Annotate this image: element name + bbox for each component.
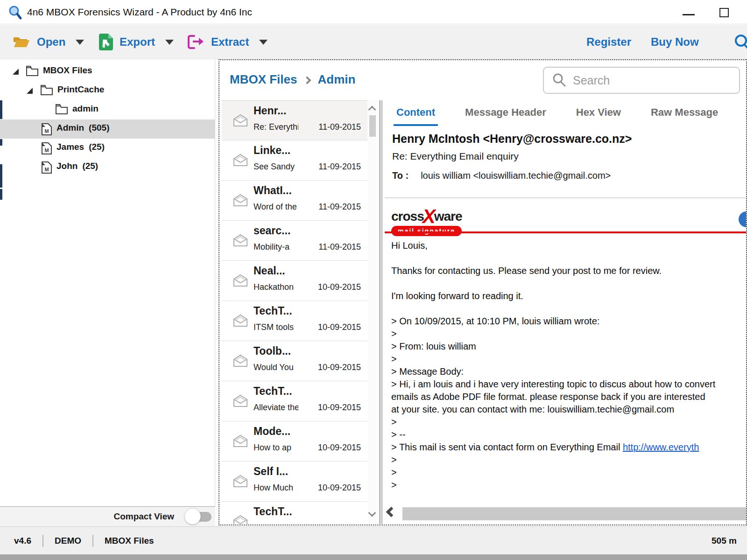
list-item[interactable]: Neal... Hackathon 10-09-2015 [222, 261, 367, 301]
breadcrumb-root[interactable]: MBOX Files [230, 72, 297, 87]
search-icon [552, 73, 566, 87]
reader-tab[interactable]: Content [394, 104, 438, 126]
tree-label: John(25) [56, 161, 98, 171]
list-item[interactable]: Toolb... Would You 10-09-2015 [222, 341, 367, 381]
toggle-knob[interactable] [184, 508, 201, 525]
message-body: Hi Louis,Thanks for contacting us. Pleas… [391, 240, 746, 492]
list-item-date: 10-09-2015 [318, 322, 361, 332]
open-envelope-icon [233, 475, 248, 488]
register-label: Register [586, 35, 631, 49]
body-line: > On 10/09/2015, at 10:10 PM, louis will… [391, 316, 746, 329]
list-item[interactable]: Mode... How to ap 10-09-2015 [222, 421, 367, 462]
compact-view-toggle[interactable] [184, 508, 211, 525]
maximize-button[interactable] [719, 8, 729, 17]
body-line: > -- [391, 429, 746, 442]
tree-label: MBOX Files [43, 65, 92, 76]
breadcrumb: MBOX Files Admin [230, 72, 355, 87]
search-box[interactable] [543, 67, 740, 94]
extract-label: Extract [211, 35, 249, 49]
list-item-sender: Mode... [254, 425, 290, 438]
social-icon[interactable] [739, 211, 746, 227]
tree-item-john-mbox[interactable]: M John(25) [0, 158, 215, 177]
list-item-sender: Toolb... [254, 345, 291, 357]
list-item[interactable]: WhatI... Word of the 11-09-2015 [222, 181, 367, 221]
scrollbar-track[interactable] [402, 507, 746, 520]
minimize-button[interactable] [683, 14, 695, 15]
list-scrollbar[interactable] [368, 100, 377, 524]
scrollbar-thumb[interactable] [369, 115, 376, 137]
list-item-subject: Alleviate the [254, 403, 298, 413]
export-button[interactable]: Export [99, 25, 174, 59]
open-envelope-icon [233, 234, 248, 247]
horizontal-scrollbar[interactable] [385, 507, 746, 522]
list-item-date: 10-09-2015 [318, 282, 361, 292]
list-item[interactable]: searc... Mobility-a 11-09-2015 [222, 221, 367, 261]
search-input[interactable] [573, 74, 739, 87]
open-folder-icon [13, 35, 30, 49]
compact-view-bar: Compact View [0, 506, 215, 526]
toolbar-search-icon[interactable] [734, 34, 747, 51]
open-envelope-icon [233, 154, 248, 167]
tree-count: (25) [82, 161, 98, 171]
list-item-date: 10-09-2015 [318, 483, 361, 493]
tree-item-admin-mbox[interactable]: M Admin(505) [0, 119, 215, 139]
extract-icon [187, 35, 204, 49]
expand-triangle-icon[interactable] [27, 88, 33, 94]
message-reader: ContentMessage HeaderHex ViewRaw Message… [385, 100, 746, 524]
scroll-up-icon[interactable] [368, 106, 376, 114]
expand-triangle-icon[interactable] [13, 69, 19, 75]
scroll-down-icon[interactable] [368, 509, 376, 517]
list-item-subject: How Much [254, 483, 298, 493]
tree-item-james-mbox[interactable]: M James(25) [0, 139, 215, 158]
open-button[interactable]: Open [13, 25, 84, 59]
list-item[interactable]: Linke... See Sandy 11-09-2015 [222, 140, 367, 181]
open-envelope-icon [233, 394, 248, 407]
list-item[interactable]: Henr... Re: Everything 11-09-2015 [222, 100, 367, 140]
list-item-subject: ITSM tools [254, 322, 298, 332]
list-item[interactable]: TechT... Alleviate the 10-09-2015 [222, 381, 367, 421]
scroll-left-icon[interactable] [386, 507, 397, 518]
message-to: To :louis william <louiswilliam.techie@g… [392, 170, 611, 181]
list-item[interactable]: TechT... ITSM tools 10-09-2015 [222, 301, 367, 341]
list-item-sender: Linke... [254, 144, 290, 157]
tree-item-mbox-files[interactable]: MBOX Files [0, 62, 215, 81]
body-line: at your site. you can contact with me: l… [391, 404, 746, 417]
link-line-prefix: > This mail is sent via contact form on … [391, 442, 623, 452]
list-item-subject: See Sandy [254, 162, 298, 172]
message-from: Henry McIntosh <Henry@crossware.co.nz> [392, 132, 632, 146]
body-line: I'm looking forward to reading it. [391, 291, 746, 303]
list-item-sender: Neal... [254, 265, 285, 277]
left-edge-accent [0, 139, 2, 146]
tree-item-printcache[interactable]: PrintCache [0, 81, 215, 100]
svg-text:M: M [44, 128, 49, 134]
svg-text:M: M [44, 167, 49, 172]
list-item[interactable]: TechT... [222, 502, 367, 524]
reader-tabs: ContentMessage HeaderHex ViewRaw Message [394, 104, 745, 126]
mbox-file-icon: M [41, 161, 52, 174]
list-item[interactable]: Self I... How Much 10-09-2015 [222, 462, 367, 502]
export-dropdown-caret-icon[interactable] [165, 40, 174, 45]
everything-email-link[interactable]: http://www.everyth [623, 442, 699, 452]
reader-tab[interactable]: Hex View [573, 104, 624, 126]
app-logo-magnifier-icon [7, 5, 23, 21]
reader-tab[interactable]: Raw Message [648, 104, 721, 126]
breadcrumb-current[interactable]: Admin [317, 72, 355, 87]
list-item-sender: TechT... [254, 385, 292, 398]
open-envelope-icon [233, 274, 248, 287]
message-subject: Re: Everything Email enquiry [392, 151, 519, 162]
tree-item-admin-folder[interactable]: admin [0, 100, 215, 119]
open-dropdown-caret-icon[interactable] [76, 40, 84, 45]
list-item-date: 10-09-2015 [318, 363, 361, 372]
extract-button[interactable]: Extract [187, 25, 268, 59]
register-button[interactable]: Register [586, 25, 631, 59]
list-item-date: 11-09-2015 [318, 202, 361, 212]
status-bar: v4.6 DEMO MBOX Files 505 m [0, 526, 747, 554]
reader-tab[interactable]: Message Header [462, 104, 549, 126]
extract-dropdown-caret-icon[interactable] [259, 40, 268, 45]
list-item-date: 11-09-2015 [318, 122, 361, 132]
buy-now-button[interactable]: Buy Now [651, 25, 699, 59]
status-divider [42, 535, 43, 547]
status-version: v4.6 [14, 536, 31, 546]
status-divider [92, 535, 93, 547]
status-left: v4.6 DEMO MBOX Files [14, 527, 154, 555]
